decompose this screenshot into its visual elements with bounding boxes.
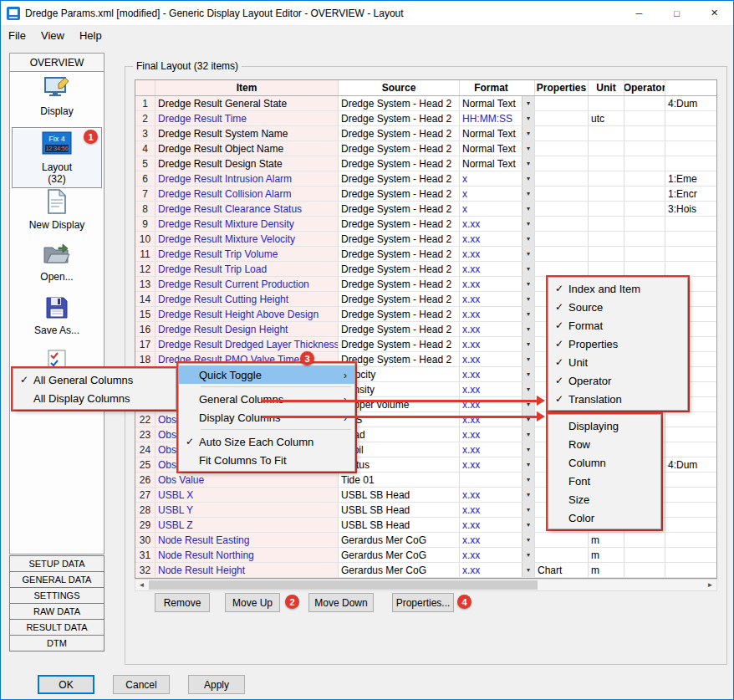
- dropdown-arrow-icon[interactable]: ▾: [522, 277, 534, 291]
- menu-item[interactable]: General Columns ›: [179, 390, 354, 408]
- row-item[interactable]: Dredge Result Trip Volume: [155, 247, 339, 261]
- row-format-combobox[interactable]: HH:MM:SS ▾: [460, 111, 535, 125]
- dropdown-arrow-icon[interactable]: ▾: [522, 382, 534, 396]
- menu-item[interactable]: ✓ Format: [548, 316, 687, 335]
- row-format-combobox[interactable]: x.xx ▾: [460, 352, 535, 366]
- sidebar-nav-button[interactable]: GENERAL DATA: [9, 571, 104, 588]
- table-row[interactable]: 3 Dredge Result System Name Dredge Syste…: [135, 126, 716, 141]
- sidebar-item-display[interactable]: Display: [10, 75, 104, 117]
- sidebar-nav-button[interactable]: SETTINGS: [9, 587, 104, 604]
- row-format-combobox[interactable]: x.xx ▾: [460, 232, 535, 246]
- table-row[interactable]: 30 Node Result Easting Gerardus Mer CoG …: [135, 533, 716, 548]
- menu-item[interactable]: Size: [548, 490, 660, 508]
- row-format-combobox[interactable]: ▾: [460, 473, 535, 487]
- row-format-combobox[interactable]: x.xx ▾: [460, 533, 535, 547]
- dropdown-arrow-icon[interactable]: ▾: [522, 533, 534, 547]
- scroll-left-icon[interactable]: ◄: [135, 580, 148, 590]
- horizontal-scrollbar[interactable]: ◄ ►: [135, 579, 717, 591]
- dropdown-arrow-icon[interactable]: ▾: [522, 232, 534, 246]
- table-row[interactable]: 31 Node Result Northing Gerardus Mer CoG…: [135, 548, 716, 563]
- menu-item[interactable]: ✓ All General Columns: [13, 370, 176, 389]
- dropdown-arrow-icon[interactable]: ▾: [522, 322, 534, 336]
- col-header-properties[interactable]: Properties: [535, 80, 589, 95]
- row-item[interactable]: Dredge Result Time: [155, 111, 339, 125]
- dropdown-arrow-icon[interactable]: ▾: [522, 262, 534, 276]
- dropdown-arrow-icon[interactable]: ▾: [522, 457, 534, 472]
- col-header-unit[interactable]: Unit: [589, 80, 624, 95]
- row-item[interactable]: Dredge Result Trip Load: [155, 262, 339, 276]
- apply-button[interactable]: Apply: [188, 675, 245, 694]
- move-down-button[interactable]: Move Down: [308, 593, 374, 612]
- row-item[interactable]: Obs Value: [155, 473, 339, 487]
- menu-item[interactable]: Row: [548, 435, 660, 453]
- sidebar-item-open[interactable]: Open...: [10, 243, 104, 283]
- close-button[interactable]: ✕: [696, 1, 733, 25]
- row-format-combobox[interactable]: x.xx ▾: [460, 427, 535, 442]
- row-format-combobox[interactable]: x.xx ▾: [460, 488, 535, 502]
- sidebar-item-save-as[interactable]: Save As...: [10, 296, 104, 336]
- dropdown-arrow-icon[interactable]: ▾: [522, 367, 534, 381]
- row-format-combobox[interactable]: x ▾: [460, 202, 535, 216]
- title-bar[interactable]: Dredge Params.xml [modified] - Generic D…: [1, 1, 733, 26]
- scroll-right-icon[interactable]: ►: [704, 580, 716, 590]
- menu-item[interactable]: Font: [548, 472, 660, 490]
- sidebar-nav-button[interactable]: SETUP DATA: [9, 555, 104, 572]
- menu-item[interactable]: ✓ Properties: [548, 335, 687, 353]
- row-format-combobox[interactable]: x.xx ▾: [460, 262, 535, 276]
- row-item[interactable]: Node Result Northing: [155, 548, 339, 562]
- row-format-combobox[interactable]: x.xx ▾: [460, 503, 535, 517]
- menu-item[interactable]: Quick Toggle ›: [179, 365, 354, 384]
- row-format-combobox[interactable]: x ▾: [460, 171, 535, 186]
- sidebar-nav-button[interactable]: RESULT DATA: [9, 619, 104, 636]
- dropdown-arrow-icon[interactable]: ▾: [522, 186, 534, 201]
- row-format-combobox[interactable]: x.xx ▾: [460, 548, 535, 562]
- dropdown-arrow-icon[interactable]: ▾: [522, 247, 534, 261]
- dropdown-arrow-icon[interactable]: ▾: [522, 442, 534, 457]
- menu-item[interactable]: Color: [548, 508, 660, 527]
- row-format-combobox[interactable]: x.xx ▾: [460, 563, 535, 577]
- menubar-item[interactable]: View: [33, 27, 72, 44]
- col-header-item[interactable]: Item: [155, 80, 339, 95]
- row-item[interactable]: Dredge Result Mixture Density: [155, 217, 339, 231]
- properties-button[interactable]: Properties...: [392, 593, 454, 612]
- row-item[interactable]: USBL X: [155, 488, 339, 502]
- dropdown-arrow-icon[interactable]: ▾: [522, 473, 534, 487]
- table-row[interactable]: 2 Dredge Result Time Dredge System - Hea…: [135, 111, 716, 126]
- table-row[interactable]: 11 Dredge Result Trip Volume Dredge Syst…: [135, 247, 716, 262]
- dropdown-arrow-icon[interactable]: ▾: [522, 217, 534, 231]
- dropdown-arrow-icon[interactable]: ▾: [522, 488, 534, 502]
- row-format-combobox[interactable]: x.xx ▾: [460, 307, 535, 321]
- col-header-index[interactable]: [135, 80, 155, 95]
- col-header-source[interactable]: Source: [339, 80, 460, 95]
- menu-item[interactable]: Displaying: [548, 416, 660, 435]
- row-item[interactable]: USBL Y: [155, 503, 339, 517]
- maximize-button[interactable]: □: [658, 1, 696, 25]
- row-item[interactable]: USBL Z: [155, 518, 339, 532]
- dropdown-arrow-icon[interactable]: ▾: [522, 412, 534, 427]
- dropdown-arrow-icon[interactable]: ▾: [522, 292, 534, 306]
- dropdown-arrow-icon[interactable]: ▾: [522, 96, 534, 110]
- row-format-combobox[interactable]: Normal Text ▾: [460, 156, 535, 171]
- dropdown-arrow-icon[interactable]: ▾: [522, 352, 534, 366]
- ok-button[interactable]: OK: [38, 675, 94, 694]
- row-item[interactable]: Dredge Result Clearance Status: [155, 202, 339, 216]
- row-item[interactable]: Dredge Result Intrusion Alarm: [155, 171, 339, 186]
- row-item[interactable]: Node Result Easting: [155, 533, 339, 547]
- row-format-combobox[interactable]: x.xx ▾: [460, 442, 535, 457]
- table-row[interactable]: 10 Dredge Result Mixture Velocity Dredge…: [135, 232, 716, 247]
- table-row[interactable]: 8 Dredge Result Clearance Status Dredge …: [135, 202, 716, 217]
- table-row[interactable]: 9 Dredge Result Mixture Density Dredge S…: [135, 217, 716, 232]
- dropdown-arrow-icon[interactable]: ▾: [522, 156, 534, 171]
- row-format-combobox[interactable]: x.xx ▾: [460, 457, 535, 472]
- menu-item[interactable]: ✓ Source: [548, 298, 687, 316]
- row-item[interactable]: Dredge Result Height Above Design: [155, 307, 339, 321]
- dropdown-arrow-icon[interactable]: ▾: [522, 307, 534, 321]
- row-item[interactable]: Dredge Result Mixture Velocity: [155, 232, 339, 246]
- menu-item[interactable]: All Display Columns: [13, 389, 176, 407]
- row-format-combobox[interactable]: x.xx ▾: [460, 292, 535, 306]
- row-format-combobox[interactable]: x.xx ▾: [460, 518, 535, 532]
- row-format-combobox[interactable]: x.xx ▾: [460, 217, 535, 231]
- row-item[interactable]: Dredge Result Design Height: [155, 322, 339, 336]
- minimize-button[interactable]: ─: [620, 1, 658, 25]
- menu-item[interactable]: ✓ Operator: [548, 371, 687, 390]
